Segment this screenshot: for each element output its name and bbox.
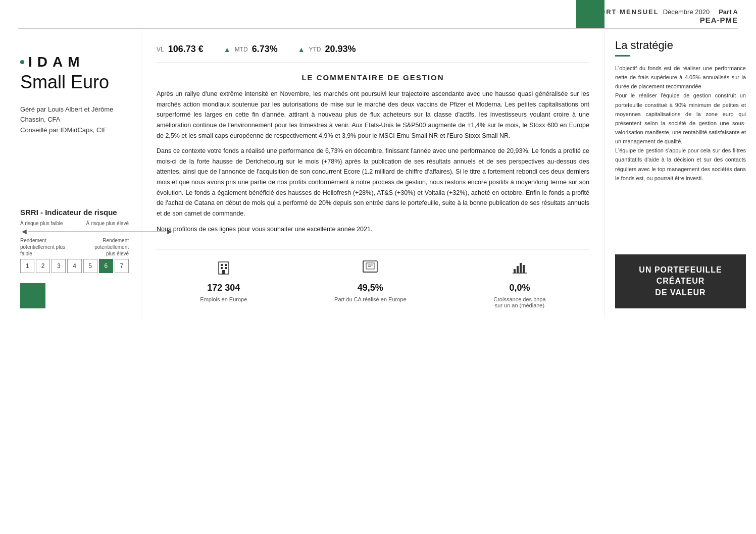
srri-high-label: À risque plus élevé (86, 221, 129, 226)
manager-line3: Conseillé par IDMidCaps, CIF (20, 125, 129, 136)
manager-line2: Chassin, CFA (20, 115, 129, 125)
portefeuille-line3: DE VALEUR (655, 288, 705, 297)
part-label: Part A (719, 8, 738, 16)
srri-box-3: 3 (52, 259, 66, 273)
strategie-title: La stratégie (615, 39, 746, 52)
fund-name-block: IDAM Small Euro (20, 54, 129, 92)
svg-rect-3 (221, 267, 223, 269)
srri-box-7: 7 (115, 259, 129, 273)
srri-title: SRRI - Indicateur de risque (20, 208, 129, 217)
svg-rect-14 (520, 263, 522, 273)
srri-low-label: À risque plus faible (20, 221, 63, 226)
srri-box-2: 2 (36, 259, 50, 273)
portefeuille-title: UN PORTEFEUILLE CRÉATEUR DE VALEUR (623, 264, 738, 298)
ytd-label: YTD (309, 46, 321, 53)
svg-rect-1 (221, 264, 223, 266)
strategie-underline (615, 55, 630, 57)
srri-box-1: 1 (20, 259, 34, 273)
mtd-label: MTD (235, 46, 248, 53)
rapport-date: Décembre 2020 (663, 8, 710, 16)
idam-title: IDAM (20, 54, 129, 70)
portefeuille-line2: CRÉATEUR (657, 277, 705, 285)
svg-rect-2 (225, 264, 227, 266)
vl-label: VL (157, 46, 164, 53)
middle-column: VL 106.73 € ▲ MTD 6.73% ▲ YTD 20.93% LE … (141, 29, 604, 318)
srri-risk-labels: À risque plus faible À risque plus élevé (20, 221, 129, 226)
small-euro-title: Small Euro (20, 72, 129, 92)
bank-icon (511, 258, 529, 280)
svg-rect-9 (366, 263, 374, 269)
srri-box-6: 6 (99, 259, 113, 273)
ytd-metric: ▲ YTD 20.93% (298, 44, 356, 55)
svg-rect-4 (225, 267, 227, 269)
ytd-arrow-icon: ▲ (298, 45, 305, 54)
idam-text: IDAM (28, 54, 85, 70)
ytd-value: 20.93% (325, 44, 356, 55)
green-bottom-block (20, 283, 45, 308)
stat-croissance-label: Croissance des bnpa sur un an (médiane) (493, 296, 545, 308)
commentary-paragraph3: Nous profitons de ces lignes pour vous s… (157, 224, 589, 235)
commentary-section: LE COMMENTAIRE DE GESTION Après un rally… (157, 73, 589, 239)
stat-emplois: 172 304 Emplois en Europe (200, 258, 247, 302)
stat-croissance-value: 0,0% (509, 283, 530, 293)
manager-line1: Géré par Louis Albert et Jérôme (20, 104, 129, 115)
manager-info: Géré par Louis Albert et Jérôme Chassin,… (20, 104, 129, 136)
commentary-paragraph1: Après un rallye d'une extrême intensité … (157, 89, 589, 141)
srri-arrow-row: ◄────────────────────────► (20, 227, 129, 236)
metrics-row: VL 106.73 € ▲ MTD 6.73% ▲ YTD 20.93% (157, 39, 589, 63)
left-column: IDAM Small Euro Géré par Louis Albert et… (0, 29, 141, 318)
stat-emplois-label: Emplois en Europe (200, 296, 247, 302)
svg-rect-13 (517, 266, 519, 273)
stat-ca-value: 49,5% (358, 283, 383, 293)
vl-value: 106.73 € (168, 44, 204, 55)
srri-box-5: 5 (83, 259, 97, 273)
strategie-text: L'objectif du fonds est de réaliser une … (615, 64, 746, 183)
stat-ca: 49,5% Part du CA réalisé en Europe (334, 258, 406, 302)
rendement-low-label: Rendementpotentiellement plus faible (20, 237, 73, 257)
commentary-title: LE COMMENTAIRE DE GESTION (157, 73, 589, 82)
idam-dot (20, 60, 24, 64)
pea-label: PEA-PME (700, 16, 738, 24)
svg-rect-12 (514, 269, 516, 273)
mtd-metric: ▲ MTD 6.73% (224, 44, 278, 55)
chart-icon (361, 258, 379, 280)
srri-box-4: 4 (67, 259, 81, 273)
right-column: La stratégie L'objectif du fonds est de … (604, 29, 756, 318)
strategie-section: La stratégie L'objectif du fonds est de … (615, 39, 746, 183)
mtd-value: 6.73% (252, 44, 278, 55)
srri-section: SRRI - Indicateur de risque À risque plu… (20, 193, 129, 273)
svg-rect-15 (523, 265, 525, 273)
mtd-arrow-icon: ▲ (224, 45, 231, 54)
building-icon (215, 258, 233, 280)
stat-ca-label: Part du CA réalisé en Europe (334, 296, 406, 302)
commentary-text: Après un rallye d'une extrême intensité … (157, 89, 589, 234)
stats-row: 172 304 Emplois en Europe (157, 249, 589, 308)
stat-croissance: 0,0% Croissance des bnpa sur un an (médi… (493, 258, 545, 308)
svg-rect-5 (222, 270, 225, 274)
srri-boxes: 1 2 3 4 5 6 7 (20, 259, 129, 273)
rendement-high-label: Rendement potentiellementplus élevé (73, 237, 129, 257)
stat-emplois-value: 172 304 (207, 283, 240, 293)
portefeuille-block: UN PORTEFEUILLE CRÉATEUR DE VALEUR (615, 254, 746, 308)
commentary-paragraph2: Dans ce contexte votre fonds a réalisé u… (157, 146, 589, 219)
portefeuille-line1: UN PORTEFEUILLE (639, 265, 722, 274)
vl-metric: VL 106.73 € (157, 44, 204, 55)
